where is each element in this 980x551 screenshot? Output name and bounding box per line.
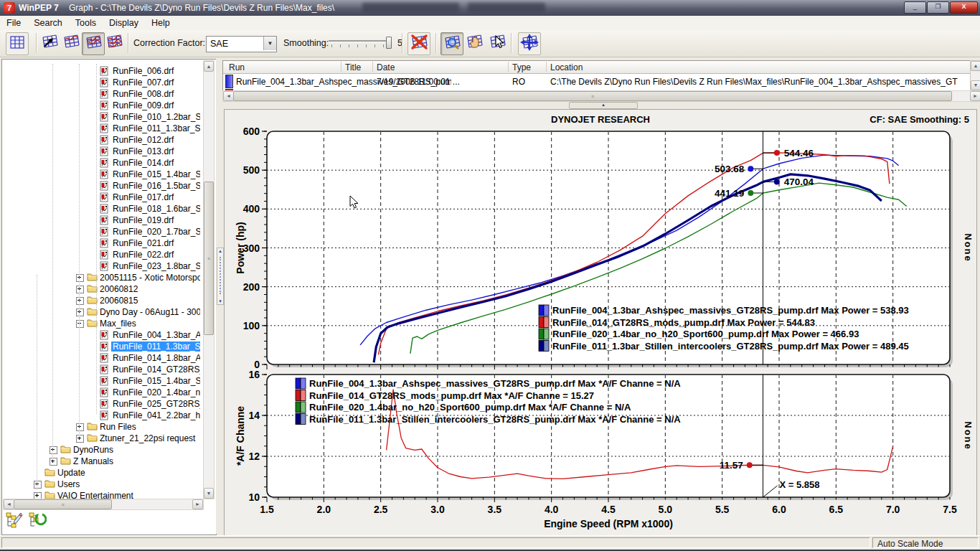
tree-item[interactable]: RunFile_009.drf xyxy=(2,100,200,111)
scroll-right-icon[interactable]: ► xyxy=(192,499,203,509)
table-row[interactable]: RunFile_004_1.3bar_Ashspec_massives_GT28… xyxy=(223,74,971,88)
tree-item[interactable]: Update xyxy=(2,467,200,479)
tree-item-label[interactable]: RunFile_018_1.6bar_Stille xyxy=(111,204,200,214)
tree-item-label[interactable]: RunFile_010_1.2bar_Stille xyxy=(111,112,200,122)
tree-item[interactable]: RunFile_015_1.4bar_Stille xyxy=(2,375,200,387)
tree-item-label-selected[interactable]: RunFile_011_1.3bar_Stille xyxy=(111,342,200,352)
tree-item-label[interactable]: RunFile_020_1.7bar_Stille xyxy=(111,227,200,237)
tree-item-label[interactable]: Update xyxy=(56,468,87,478)
tree-splitter[interactable]: ▲ ▼ xyxy=(216,59,223,534)
tree-item-label[interactable]: RunFile_007.drf xyxy=(111,77,175,88)
pointer-button[interactable] xyxy=(486,32,508,54)
table-hscroll-thumb[interactable]: ≡ xyxy=(233,91,952,101)
table-vscrollbar[interactable]: ▲ ▼ xyxy=(970,60,980,91)
close-button[interactable]: X xyxy=(950,1,978,14)
column-header-location[interactable]: Location xyxy=(550,62,583,72)
tree-item[interactable]: DynoRuns xyxy=(2,444,200,456)
expand-icon[interactable] xyxy=(76,297,84,305)
tree-item-label[interactable]: RunFile_015_1.4bar_Stille xyxy=(111,376,200,386)
tree-item-label[interactable]: RunFile_008.drf xyxy=(111,89,175,99)
tree-item[interactable]: RunFile_004_1.3bar_Ash: xyxy=(2,329,200,341)
tree-item[interactable]: Ztuner_21_22psi request xyxy=(2,433,200,444)
tree-item-label[interactable]: RunFile_017.drf xyxy=(111,192,175,202)
column-header-run[interactable]: Run xyxy=(229,62,245,72)
tree-item-label[interactable]: RunFile_011_1.3bar_Stille xyxy=(111,123,200,133)
tree-item[interactable]: RunFile_012.drf xyxy=(2,134,200,146)
tree-item[interactable]: RunFile_007.drf xyxy=(2,77,200,88)
expand-icon[interactable] xyxy=(76,435,84,443)
tree-item-label[interactable]: 20051115 - Xotic Motorsports xyxy=(98,273,200,283)
power-plot[interactable]: 0100200300400500600544.46503.68470.04441… xyxy=(235,126,974,370)
expand-icon[interactable] xyxy=(50,458,57,466)
tree-item-label[interactable]: Run Files xyxy=(98,422,138,432)
tree-item[interactable]: RunFile_018_1.6bar_Stille xyxy=(2,203,200,215)
tree-item-label[interactable]: RunFile_014.drf xyxy=(111,158,175,168)
tree-item[interactable]: RunFile_015_1.4bar_Stille xyxy=(2,169,200,180)
tree-hscroll-thumb[interactable]: ≡ xyxy=(14,499,112,509)
tree-item-label[interactable]: RunFile_016_1.5bar_Stille xyxy=(111,181,200,191)
tree-item-label[interactable]: RunFile_022.drf xyxy=(111,250,175,260)
tree-item[interactable]: RunFile_025_GT28RS_m xyxy=(2,398,200,410)
tree-item-label[interactable]: 20060815 xyxy=(98,296,139,306)
tree-item[interactable]: Users xyxy=(2,479,200,490)
menu-tools[interactable]: Tools xyxy=(69,16,103,30)
tree-item[interactable]: RunFile_010_1.2bar_Stille xyxy=(2,111,200,123)
tree-item[interactable]: RunFile_006.drf xyxy=(2,65,200,77)
scroll-right-icon[interactable]: ► xyxy=(970,91,980,101)
menu-file[interactable]: File xyxy=(0,16,27,30)
tree-item-label[interactable]: VAIO Entertainment xyxy=(56,491,135,499)
tree-item-label[interactable]: 20060812 xyxy=(98,284,139,294)
tree-item-label[interactable]: DynoRuns xyxy=(72,445,115,455)
expand-icon[interactable] xyxy=(76,309,84,316)
minimize-button[interactable]: _ xyxy=(904,1,926,14)
tree-item[interactable]: RunFile_020_1.7bar_Stille xyxy=(2,226,200,237)
tree-item[interactable]: Z Manuals xyxy=(2,456,200,467)
tree-item[interactable]: RunFile_011_1.3bar_Stille xyxy=(2,341,200,352)
tree-item[interactable]: VAIO Entertainment xyxy=(2,490,200,499)
tree-item[interactable]: RunFile_014.drf xyxy=(2,157,200,169)
chevron-down-icon[interactable]: ▼ xyxy=(263,37,276,50)
slider-handle[interactable] xyxy=(386,37,392,49)
tree-item-label[interactable]: RunFile_019.drf xyxy=(111,215,175,225)
expand-icon[interactable] xyxy=(76,274,84,282)
pan-hand-button[interactable] xyxy=(463,32,485,54)
tree-edit-button[interactable] xyxy=(5,512,25,532)
tree-item[interactable]: RunFile_011_1.3bar_Stille xyxy=(2,123,200,134)
scroll-up-icon[interactable]: ▲ xyxy=(204,61,214,72)
tree-item[interactable]: 20060812 xyxy=(2,283,200,295)
expand-icon[interactable] xyxy=(34,481,42,489)
graph-new-button[interactable] xyxy=(39,32,60,54)
tree-item-label[interactable]: Max_files xyxy=(98,319,138,329)
tree-item-label[interactable]: Ztuner_21_22psi request xyxy=(98,433,197,443)
restore-button[interactable]: ❐ xyxy=(927,1,949,14)
menu-search[interactable]: Search xyxy=(27,16,69,30)
column-header-title[interactable]: Title xyxy=(345,62,361,72)
graph-one-run-button[interactable] xyxy=(60,32,82,54)
dyno-graph[interactable]: 0100200300400500600544.46503.68470.04441… xyxy=(225,110,976,536)
tree-vscrollbar[interactable]: ▲ ▼ ≡ xyxy=(203,60,215,499)
tree-item[interactable]: RunFile_022.drf xyxy=(2,249,200,260)
tree-item-label[interactable]: RunFile_013.drf xyxy=(111,146,175,156)
tree-item[interactable]: RunFile_016_1.5bar_Stille xyxy=(2,180,200,192)
splitter-collapse-icon[interactable]: ▲ xyxy=(217,249,223,253)
tree-item[interactable]: RunFile_041_2.2bar_h20_ xyxy=(2,410,200,421)
scroll-left-icon[interactable]: ◄ xyxy=(223,91,234,101)
menu-display[interactable]: Display xyxy=(103,16,145,30)
scroll-down-icon[interactable]: ▼ xyxy=(971,80,980,90)
tree-item[interactable]: RunFile_014_1.8bar_Ash: xyxy=(2,352,200,364)
collapse-icon[interactable] xyxy=(76,320,84,328)
tree-item-label[interactable]: RunFile_014_1.8bar_Ash: xyxy=(111,353,200,363)
tree-item-label[interactable]: Users xyxy=(56,479,81,489)
tree-item-label[interactable]: RunFile_009.drf xyxy=(111,100,175,110)
close-graph-button[interactable] xyxy=(407,32,430,55)
tree-item-label[interactable]: RunFile_004_1.3bar_Ash: xyxy=(111,330,200,340)
data-grid-button[interactable] xyxy=(6,32,29,55)
tree-item[interactable]: Max_files xyxy=(2,318,200,329)
tree-item-label[interactable]: Dyno Day - 06Aug11 - 300z xyxy=(98,307,200,317)
tree-refresh-button[interactable] xyxy=(28,512,48,532)
graph-three-runs-button[interactable] xyxy=(103,32,125,54)
tree-item-label[interactable]: RunFile_015_1.4bar_Stille xyxy=(111,169,200,179)
tree-hscrollbar[interactable]: ◄ ► ≡ xyxy=(3,499,204,510)
table-hscrollbar[interactable]: ◄ ► ≡ xyxy=(222,90,980,102)
tree-item[interactable]: 20051115 - Xotic Motorsports xyxy=(2,272,200,283)
